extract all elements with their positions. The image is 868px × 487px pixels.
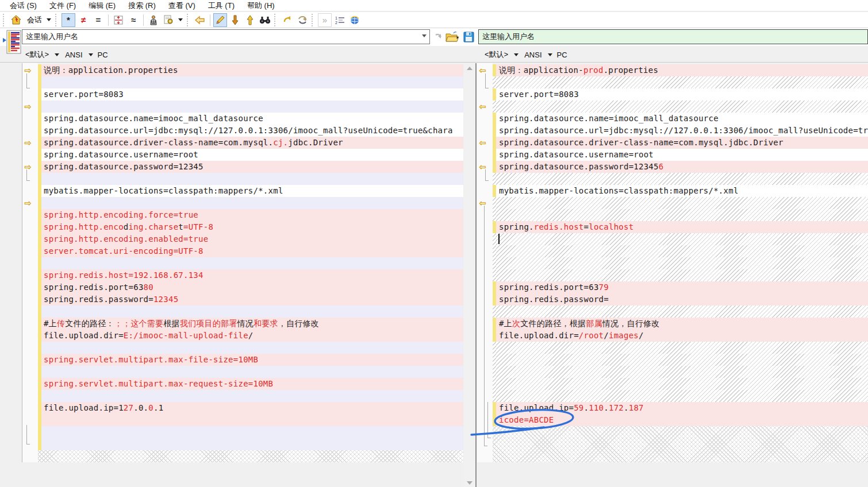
right-line-ending[interactable]: PC bbox=[557, 51, 567, 59]
left-format-select[interactable]: <默认> bbox=[25, 49, 49, 60]
copy-left-icon[interactable] bbox=[193, 13, 207, 27]
diff-overview-map-icon[interactable] bbox=[3, 30, 21, 54]
chevron-down-icon[interactable] bbox=[514, 53, 519, 56]
code-line[interactable] bbox=[493, 101, 868, 113]
code-line[interactable]: file.upload.ip=59.110.172.187 bbox=[493, 402, 868, 414]
menu-tools[interactable]: 工具 (T) bbox=[202, 0, 241, 11]
open-folder-icon[interactable] bbox=[445, 30, 461, 44]
code-line[interactable]: spring.datasource.name=imooc_mall_dataso… bbox=[493, 113, 868, 125]
session-settings-dropdown-icon[interactable] bbox=[178, 18, 183, 21]
code-line[interactable]: spring.datasource.driver-class-name=com.… bbox=[493, 137, 868, 149]
code-line[interactable] bbox=[38, 438, 463, 450]
right-format-select[interactable]: <默认> bbox=[485, 49, 508, 60]
code-line[interactable]: mybatis.mapper-locations=classpath:mappe… bbox=[38, 185, 463, 197]
code-line[interactable]: 说明：application.properties bbox=[38, 64, 463, 76]
menu-edit[interactable]: 编辑 (E) bbox=[82, 0, 122, 11]
code-line[interactable] bbox=[493, 245, 868, 257]
code-line[interactable]: server.port=8083 bbox=[38, 88, 463, 101]
left-session-name-input[interactable]: 这里输入用户名 bbox=[22, 29, 430, 44]
copy-section-right-icon[interactable]: ⇨ bbox=[24, 101, 32, 113]
expand-panes-button[interactable]: » bbox=[318, 13, 332, 27]
code-line[interactable] bbox=[493, 306, 868, 318]
copy-section-left-icon[interactable]: ⇦ bbox=[479, 161, 486, 173]
code-line[interactable]: file.upload.ip=127.0.0.1 bbox=[38, 402, 463, 414]
chevron-down-icon[interactable] bbox=[422, 34, 427, 37]
menu-file[interactable]: 文件 (F) bbox=[43, 0, 82, 11]
show-all-button[interactable]: * bbox=[62, 13, 75, 27]
code-line[interactable] bbox=[493, 342, 868, 354]
code-line[interactable] bbox=[38, 76, 463, 88]
home-icon[interactable] bbox=[9, 13, 23, 27]
code-line[interactable]: spring.datasource.password=123456 bbox=[493, 161, 868, 173]
code-line[interactable]: spring.http.encoding.enabled=true bbox=[38, 233, 463, 245]
code-line[interactable]: spring.redis.port=6379 bbox=[493, 281, 868, 293]
code-line[interactable]: spring.http.encoding.force=true bbox=[38, 209, 463, 221]
code-line[interactable] bbox=[493, 257, 868, 269]
copy-section-left-icon[interactable]: ⇦ bbox=[479, 197, 486, 209]
code-line[interactable]: spring.datasource.url=jdbc:mysql://127.0… bbox=[493, 125, 868, 137]
chevron-down-icon[interactable] bbox=[89, 53, 93, 56]
code-line[interactable] bbox=[38, 342, 463, 354]
copy-section-right-icon[interactable]: ⇨ bbox=[24, 137, 32, 149]
reload-session-icon[interactable] bbox=[295, 13, 309, 27]
copy-section-right-icon[interactable]: ⇨ bbox=[24, 161, 32, 173]
menu-help[interactable]: 帮助 (H) bbox=[241, 0, 281, 11]
code-line[interactable]: spring.datasource.name=imooc_mall_dataso… bbox=[38, 113, 463, 125]
code-line[interactable]: spring.datasource.username=root bbox=[38, 149, 463, 161]
new-session-button[interactable]: 会话 bbox=[24, 15, 44, 25]
code-line[interactable]: icode=ABCDE bbox=[493, 414, 868, 426]
pane-splitter[interactable] bbox=[475, 63, 477, 487]
left-line-ending[interactable]: PC bbox=[98, 51, 108, 59]
code-line[interactable]: spring.redis.password=12345 bbox=[38, 293, 463, 306]
code-line[interactable]: mybatis.mapper-locations=classpath:mappe… bbox=[493, 185, 868, 197]
code-line[interactable] bbox=[493, 76, 868, 88]
swap-sides-icon[interactable] bbox=[281, 13, 294, 27]
code-line[interactable]: file.upload.dir=E:/imooc-mall-upload-fil… bbox=[38, 330, 463, 342]
code-line[interactable] bbox=[493, 173, 868, 185]
copy-section-right-icon[interactable]: ⇨ bbox=[24, 197, 32, 209]
scroll-down-icon[interactable] bbox=[467, 481, 473, 485]
menu-search[interactable]: 搜索 (R) bbox=[122, 0, 162, 11]
code-line[interactable] bbox=[493, 209, 868, 221]
left-vertical-scrollbar[interactable] bbox=[464, 63, 475, 487]
code-line[interactable] bbox=[38, 257, 463, 269]
code-line[interactable]: server.tomcat.uri-encoding=UTF-8 bbox=[38, 245, 463, 257]
code-line[interactable] bbox=[493, 366, 868, 378]
code-line[interactable]: spring.redis.password= bbox=[493, 293, 868, 306]
format-list-icon[interactable]: 1 2 bbox=[333, 13, 347, 27]
code-line[interactable] bbox=[493, 233, 868, 245]
chevron-down-icon[interactable] bbox=[548, 53, 552, 56]
code-line[interactable]: file.upload.dir=/root/images/ bbox=[493, 330, 868, 342]
chevron-down-icon[interactable] bbox=[55, 53, 59, 56]
code-line[interactable]: spring.redis.host=192.168.67.134 bbox=[38, 269, 463, 281]
code-line[interactable]: #上次文件的路径，根据部属情况，自行修改 bbox=[493, 318, 868, 330]
code-line[interactable] bbox=[38, 390, 463, 402]
rules-referee-icon[interactable] bbox=[147, 13, 160, 27]
copy-section-left-icon[interactable]: ⇦ bbox=[479, 64, 486, 76]
session-dropdown-icon[interactable] bbox=[47, 18, 51, 21]
session-settings-icon[interactable] bbox=[162, 13, 175, 27]
code-line[interactable]: spring.http.encoding.charset=UTF-8 bbox=[38, 221, 463, 233]
code-line[interactable] bbox=[38, 414, 463, 426]
code-line[interactable] bbox=[38, 426, 463, 438]
code-line[interactable]: spring.redis.host=localhost bbox=[493, 221, 868, 233]
menu-view[interactable]: 查看 (V) bbox=[162, 0, 202, 11]
copy-section-right-icon[interactable]: ⇨ bbox=[24, 64, 32, 76]
code-line[interactable] bbox=[493, 269, 868, 281]
code-line[interactable]: 说明：application-prod.properties bbox=[493, 64, 868, 76]
code-line[interactable]: spring.redis.port=6380 bbox=[38, 281, 463, 293]
copy-section-left-icon[interactable]: ⇦ bbox=[479, 101, 486, 113]
save-icon[interactable] bbox=[462, 30, 475, 44]
next-difference-icon[interactable] bbox=[228, 13, 242, 27]
right-session-name-input[interactable]: 这里输入用户名 bbox=[478, 29, 868, 44]
code-line[interactable]: spring.datasource.url=jdbc:mysql://127.0… bbox=[38, 125, 463, 137]
scroll-up-icon[interactable] bbox=[467, 67, 473, 70]
code-line[interactable] bbox=[493, 378, 868, 390]
code-line[interactable] bbox=[38, 306, 463, 318]
diff-details-icon[interactable] bbox=[112, 13, 125, 27]
browser-view-icon[interactable] bbox=[348, 13, 362, 27]
code-line[interactable]: server.port=8083 bbox=[493, 88, 868, 101]
copy-section-left-icon[interactable]: ⇦ bbox=[479, 137, 486, 149]
code-line[interactable]: spring.datasource.username=root bbox=[493, 149, 868, 161]
right-encoding-select[interactable]: ANSI bbox=[524, 51, 541, 59]
